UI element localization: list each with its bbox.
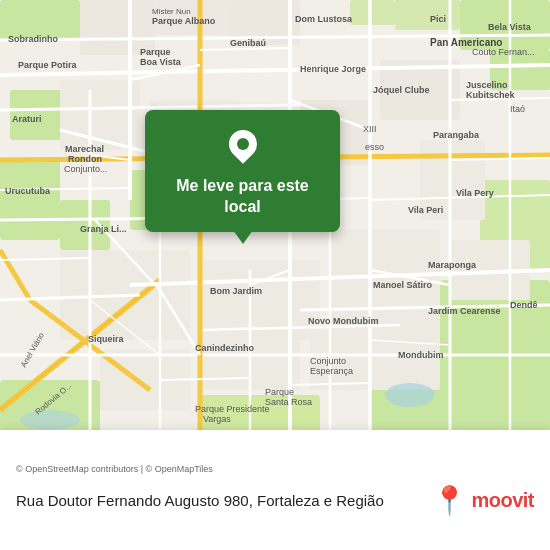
svg-text:Dom Lustosa: Dom Lustosa: [295, 14, 353, 24]
moovit-logo[interactable]: 📍 moovit: [432, 484, 534, 517]
svg-point-71: [20, 410, 80, 430]
svg-text:Boa Vista: Boa Vista: [140, 57, 182, 67]
svg-text:Conjunto: Conjunto: [310, 356, 346, 366]
map-attribution: © OpenStreetMap contributors | © OpenMap…: [16, 464, 534, 474]
svg-text:Sobradinho: Sobradinho: [8, 34, 58, 44]
map-popup[interactable]: Me leve para este local: [145, 110, 340, 232]
svg-text:Pici: Pici: [430, 14, 446, 24]
moovit-pin-icon: 📍: [432, 484, 467, 517]
svg-text:Jóquel Clube: Jóquel Clube: [373, 85, 430, 95]
svg-text:Parque Potira: Parque Potira: [18, 60, 78, 70]
svg-text:Couto Fernan...: Couto Fernan...: [472, 47, 535, 57]
svg-text:Vila Pery: Vila Pery: [456, 188, 494, 198]
svg-text:Urucutuba: Urucutuba: [5, 186, 51, 196]
svg-text:Juscelino: Juscelino: [466, 80, 508, 90]
popup-text: Me leve para este local: [163, 176, 322, 218]
pin-circle: [223, 124, 263, 164]
svg-text:Parque: Parque: [265, 387, 294, 397]
svg-text:Bela Vista: Bela Vista: [488, 22, 532, 32]
svg-text:Esperança: Esperança: [310, 366, 353, 376]
moovit-text: moovit: [471, 489, 534, 512]
popup-pin: [225, 130, 261, 166]
svg-text:Parque: Parque: [140, 47, 171, 57]
svg-text:Dendê: Dendê: [510, 300, 538, 310]
svg-text:Itaó: Itaó: [510, 104, 525, 114]
svg-text:Rondon: Rondon: [68, 154, 102, 164]
svg-text:Bom Jardim: Bom Jardim: [210, 286, 262, 296]
svg-text:Genibaú: Genibaú: [230, 38, 266, 48]
svg-rect-10: [350, 0, 395, 25]
svg-text:Parangaba: Parangaba: [433, 130, 480, 140]
svg-text:Vila Peri: Vila Peri: [408, 205, 443, 215]
svg-text:Vargas: Vargas: [203, 414, 231, 424]
svg-text:Manoel Sátiro: Manoel Sátiro: [373, 280, 433, 290]
svg-text:Granja Li...: Granja Li...: [80, 224, 127, 234]
svg-text:Novo Mondubim: Novo Mondubim: [308, 316, 379, 326]
svg-rect-1: [0, 160, 60, 240]
svg-text:Jardim Cearense: Jardim Cearense: [428, 306, 501, 316]
map-container: Mister Nun Sobradinho Parque Potira Arat…: [0, 0, 550, 430]
address-row: Rua Doutor Fernando Augusto 980, Fortale…: [16, 484, 534, 517]
svg-text:Araturi: Araturi: [12, 114, 42, 124]
svg-text:Mister Nun: Mister Nun: [152, 7, 191, 16]
svg-text:Conjunto...: Conjunto...: [64, 164, 108, 174]
svg-text:Siqueira: Siqueira: [88, 334, 125, 344]
pin-inner: [237, 138, 249, 150]
svg-point-70: [385, 383, 435, 407]
address-text: Rua Doutor Fernando Augusto 980, Fortale…: [16, 490, 432, 511]
svg-text:Canindezinho: Canindezinho: [195, 343, 254, 353]
svg-text:XIII: XIII: [363, 124, 377, 134]
svg-text:Henrique Jorge: Henrique Jorge: [300, 64, 366, 74]
svg-text:esso: esso: [365, 142, 384, 152]
bottom-bar: © OpenStreetMap contributors | © OpenMap…: [0, 430, 550, 550]
svg-text:Parque Albano: Parque Albano: [152, 16, 216, 26]
svg-text:Marechal: Marechal: [65, 144, 104, 154]
svg-text:Kubitschek: Kubitschek: [466, 90, 516, 100]
svg-text:Santa Rosa: Santa Rosa: [265, 397, 312, 407]
svg-text:Parque Presidente: Parque Presidente: [195, 404, 270, 414]
svg-text:Maraponga: Maraponga: [428, 260, 477, 270]
svg-text:Mondubim: Mondubim: [398, 350, 444, 360]
